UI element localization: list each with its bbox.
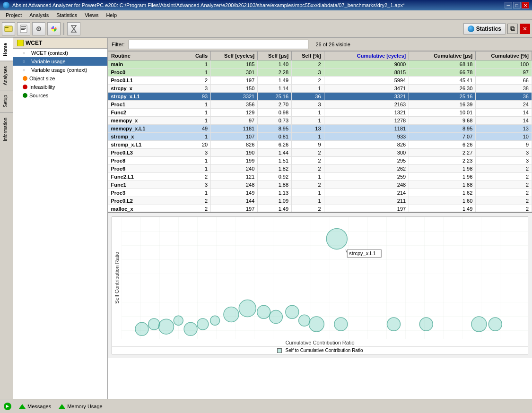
table-row[interactable]: Proc013012.283881566.7897 [108,69,532,77]
cell-self_cycles: 129 [211,109,258,117]
table-row[interactable]: malloc_x21971.4921971.492 [108,205,532,212]
restore-button[interactable]: ⧉ [507,24,518,34]
menu-project[interactable]: Project [2,11,26,19]
chart-bubble[interactable] [224,307,239,322]
tab-analyses[interactable]: Analyses [0,61,13,90]
menu-help[interactable]: Help [102,11,121,19]
table-row[interactable]: Proc0.L331901.4423002.273 [108,149,532,157]
table-row[interactable]: memcpy_x1970.73112789.6814 [108,117,532,125]
side-panel-item-object-size[interactable]: Object size [13,74,107,83]
cell-calls: 3 [187,149,210,157]
table-row[interactable]: Proc0.L121971.492599445.4166 [108,77,532,85]
cell-routine: main [108,60,187,69]
titlebar-controls: ─ □ ✕ [505,2,529,9]
menu-analysis[interactable]: Analysis [26,11,52,19]
chart-bubble[interactable] [239,300,256,317]
maximize-button[interactable]: □ [513,2,521,9]
chart-bubble[interactable] [257,305,270,318]
table-row[interactable]: strcpy_x31501.141347126.3038 [108,85,532,93]
side-panel-item-variable-usage-context[interactable]: ○ Variable usage (context) [13,66,107,74]
toolbar-button-1[interactable] [2,22,15,35]
cell-cum_pct: 2 [476,197,532,205]
col-header-self-us[interactable]: Self [µs] [258,52,292,60]
toolbar-button-3[interactable] [32,22,45,35]
cell-self_us: 0.81 [258,133,292,141]
menu-views[interactable]: Views [81,11,102,19]
toolbar-button-2[interactable] [17,22,30,35]
chart-bubble[interactable] [184,322,197,336]
table-row[interactable]: Func2.L121210.9212591.962 [108,173,532,181]
col-header-cum-cycles[interactable]: Cumulative [cycles] [324,52,409,60]
side-panel-label-sources: Sources [29,93,48,98]
side-panel-item-infeasibility[interactable]: Infeasibility [13,83,107,91]
chart-bubble[interactable] [148,318,160,330]
statistics-button[interactable]: Statistics [463,23,506,34]
col-header-self-pct[interactable]: Self [%] [292,52,324,60]
table-row[interactable]: Proc811991.5122952.233 [108,157,532,165]
side-panel-item-sources[interactable]: Sources [13,91,107,100]
chart-bubble[interactable] [286,305,299,318]
cell-cum_pct: 97 [476,69,532,77]
cell-self_pct: 3 [292,101,324,109]
menubar: Project Analysis Statistics Views Help [0,10,532,20]
memory-label: Memory Usage [67,404,103,409]
statistics-icon [468,26,474,32]
chart-bubble[interactable] [488,318,502,331]
chart-inner: Self Contribution Ratio [112,216,528,354]
chart-bubble[interactable] [334,318,348,331]
chart-bubble[interactable] [210,316,220,325]
chart-bubble[interactable] [387,318,401,331]
close-button[interactable]: ✕ [522,2,529,9]
messages-icon [19,404,26,409]
panel-close-button[interactable]: ✕ [520,24,530,34]
col-header-routine[interactable]: Routine [108,52,187,60]
chart-bubble[interactable] [309,317,324,332]
table-row[interactable]: Proc612401.8222621.982 [108,165,532,173]
chart-bubble[interactable] [135,322,148,336]
table-row[interactable]: strcmp_x.L1208266.2698266.269 [108,141,532,149]
cell-cum_us: 1.96 [409,173,476,181]
tab-setup[interactable]: Setup [0,90,13,112]
titlebar-title: AbsInt Advanced Analyzer for PowerPC e20… [12,2,405,8]
cell-cum_cycles: 3321 [324,93,409,101]
minimize-button[interactable]: ─ [505,2,512,9]
table-row[interactable]: Proc0.L221441.0912111.602 [108,197,532,205]
svg-point-20 [299,315,310,326]
filter-input[interactable] [129,40,308,49]
chart-bubble[interactable] [419,318,433,331]
cell-cum_pct: 2 [476,165,532,173]
table-row[interactable]: Proc311491.1312141.622 [108,189,532,197]
table-row[interactable]: memcpy_x.L14911818.951311818.9513 [108,125,532,133]
chart-bubble[interactable] [174,316,183,325]
side-panel-item-wcet-context[interactable]: ○ WCET (context) [13,49,107,57]
menu-statistics[interactable]: Statistics [52,11,81,19]
toolbar-button-4[interactable] [47,22,61,35]
toolbar-button-5[interactable] [67,22,80,35]
memory-item[interactable]: Memory Usage [59,404,103,409]
side-panel-item-variable-usage[interactable]: ○ Variable usage [13,57,107,66]
tab-home[interactable]: Home [0,38,13,61]
chart-bubble[interactable] [471,317,487,332]
chart-bubble[interactable] [299,315,310,326]
table-container[interactable]: Routine Calls Self [cycles] Self [µs] Se… [108,51,532,212]
table-row[interactable]: Func211290.981132110.0114 [108,109,532,117]
messages-item[interactable]: Messages [19,404,51,409]
cell-cum_pct: 9 [476,141,532,149]
col-header-cum-us[interactable]: Cumulative [µs] [409,52,476,60]
table-body: main11851.402900068.18100Proc013012.2838… [108,60,532,212]
col-header-calls[interactable]: Calls [187,52,210,60]
table-row[interactable]: Proc113562.703216316.3924 [108,101,532,109]
chart-bubble[interactable] [158,319,174,334]
table-row[interactable]: Func132481.8822481.882 [108,181,532,189]
col-header-cum-pct[interactable]: Cumulative [%] [476,52,532,60]
main-layout: Home Analyses Setup Information WCET ○ W… [0,38,532,399]
col-header-self-cycles[interactable]: Self [cycles] [211,52,258,60]
tab-information[interactable]: Information [0,112,13,146]
table-row[interactable]: strcmp_x11070.8119337.0710 [108,133,532,141]
chart-bubble[interactable] [269,310,282,324]
table-row[interactable]: strcpy_x.L193332125.1636332125.1636 [108,93,532,101]
play-button[interactable]: ▶ [4,403,11,410]
cell-routine: Proc3 [108,189,187,197]
table-row[interactable]: main11851.402900068.18100 [108,60,532,69]
chart-bubble[interactable] [197,318,209,330]
